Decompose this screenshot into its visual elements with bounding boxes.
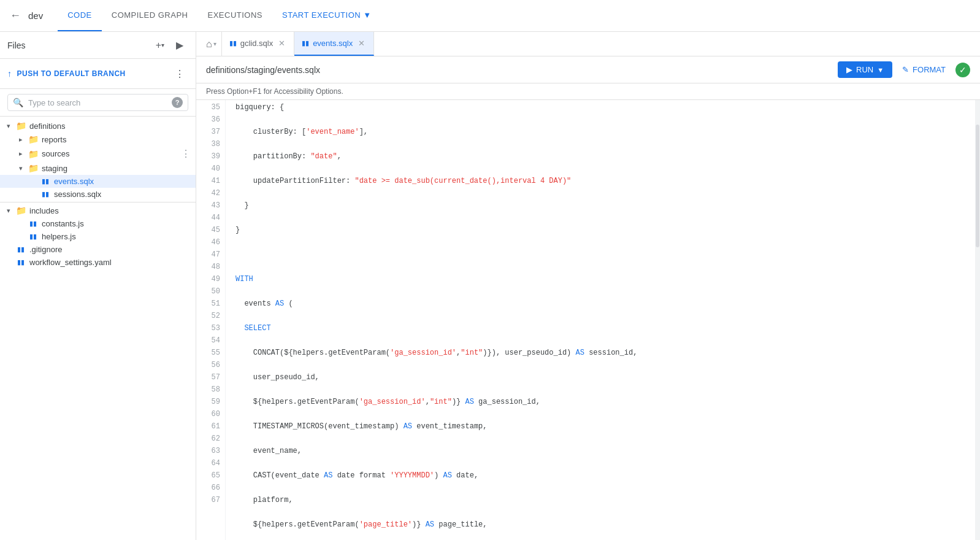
file-path: definitions/staging/events.sqlx — [206, 65, 320, 75]
tab-events-sqlx[interactable]: ▮▮ events.sqlx ✕ — [294, 32, 374, 56]
status-check-icon: ✓ — [955, 63, 970, 77]
search-input-wrap: 🔍 ? — [7, 94, 188, 111]
tree-item-sources[interactable]: ▸ 📁 sources ⋮ — [0, 146, 196, 161]
code-line-51: platform, — [235, 494, 965, 506]
tree-item-includes[interactable]: ▾ 📁 includes — [0, 204, 196, 217]
tab-compiled-graph[interactable]: COMPILED GRAPH — [102, 0, 198, 31]
close-gclid-tab-button[interactable]: ✕ — [277, 39, 286, 48]
tree-label-reports: reports — [42, 135, 193, 144]
tree-divider — [0, 202, 196, 202]
push-to-default-branch-button[interactable]: ↑ PUSH TO DEFAULT BRANCH ⋮ — [0, 59, 196, 89]
search-bar: 🔍 ? — [0, 89, 196, 117]
code-line-45: CONCAT(${helpers.getEventParam('ga_sessi… — [235, 347, 965, 359]
code-line-39: } — [235, 199, 965, 212]
line-numbers: 35 36 37 38 39 40 41 42 43 44 45 46 47 4… — [196, 100, 226, 540]
code-line-35: bigquery: { — [235, 101, 965, 114]
tree-label-events-sqlx: events.sqlx — [54, 177, 193, 186]
code-content[interactable]: bigquery: { clusterBy: ['event_name'], p… — [226, 100, 975, 540]
home-tab[interactable]: ⌂ ▾ — [201, 32, 222, 56]
format-label: FORMAT — [913, 65, 946, 74]
sidebar: Files + ▾ ▶ ↑ PUSH TO DEFAULT BRANCH ⋮ — [0, 32, 196, 540]
code-line-42: WITH — [235, 273, 965, 285]
scrollbar[interactable] — [975, 100, 980, 540]
chevron-includes-icon: ▾ — [2, 207, 15, 215]
push-label: PUSH TO DEFAULT BRANCH — [17, 69, 126, 78]
chevron-definitions-icon: ▾ — [2, 122, 15, 130]
tab-events-sqlx-label: events.sqlx — [313, 39, 353, 48]
add-file-button[interactable]: + ▾ — [151, 37, 169, 54]
tab-start-execution[interactable]: START EXECUTION ▼ — [272, 0, 381, 31]
code-line-48: TIMESTAMP_MICROS(event_timestamp) AS eve… — [235, 420, 965, 433]
back-button[interactable]: ← — [10, 9, 21, 22]
sources-more-icon[interactable]: ⋮ — [178, 148, 193, 160]
tree-item-staging[interactable]: ▾ 📁 staging — [0, 161, 196, 175]
close-events-tab-button[interactable]: ✕ — [356, 39, 366, 48]
sidebar-title: Files — [7, 40, 26, 50]
code-line-46: user_pseudo_id, — [235, 371, 965, 384]
format-button[interactable]: ✎ FORMAT — [897, 61, 951, 78]
push-up-icon: ↑ — [7, 69, 12, 79]
tab-code[interactable]: CODE — [58, 0, 102, 31]
tree-label-constants-js: constants.js — [42, 219, 193, 228]
tree-label-definitions: definitions — [29, 122, 193, 131]
tab-gclid-sqlx[interactable]: ▮▮ gclid.sqlx ✕ — [222, 32, 294, 56]
tree-item-helpers-js[interactable]: ▮▮ helpers.js — [0, 230, 196, 243]
tab-gclid-sqlx-icon: ▮▮ — [229, 39, 237, 47]
folder-sources-icon: 📁 — [27, 149, 39, 159]
plus-icon: + — [156, 40, 161, 51]
chevron-down-small-icon: ▾ — [161, 42, 164, 48]
accessibility-hint: Press Option+F1 for Accessibility Option… — [196, 83, 980, 100]
file-constants-js-icon: ▮▮ — [27, 220, 39, 228]
chevron-staging-icon: ▾ — [15, 164, 27, 172]
help-icon[interactable]: ? — [172, 97, 183, 108]
run-chevron-icon: ▼ — [877, 66, 884, 74]
home-icon: ⌂ — [206, 39, 212, 50]
sidebar-header-actions: + ▾ ▶ — [151, 37, 188, 54]
run-label: RUN — [856, 65, 873, 74]
code-editor[interactable]: 35 36 37 38 39 40 41 42 43 44 45 46 47 4… — [196, 100, 980, 540]
tree-label-includes: includes — [29, 206, 193, 215]
top-nav: ← dev CODE COMPILED GRAPH EXECUTIONS STA… — [0, 0, 980, 32]
run-button[interactable]: ▶ RUN ▼ — [838, 61, 892, 78]
file-sessions-sqlx-icon: ▮▮ — [39, 190, 52, 198]
tab-events-sqlx-icon: ▮▮ — [302, 39, 309, 47]
toolbar-actions: ▶ RUN ▼ ✎ FORMAT ✓ — [838, 61, 970, 78]
tree-item-workflow-yaml[interactable]: ▮▮ workflow_settings.yaml — [0, 256, 196, 269]
file-tree: ▾ 📁 definitions ▸ 📁 reports ▸ 📁 sources … — [0, 117, 196, 540]
scrollbar-thumb[interactable] — [976, 125, 979, 247]
tree-item-definitions[interactable]: ▾ 📁 definitions — [0, 119, 196, 133]
code-line-37: partitionBy: "date", — [235, 150, 965, 163]
collapse-sidebar-button[interactable]: ▶ — [171, 37, 188, 54]
right-panel: ⌂ ▾ ▮▮ gclid.sqlx ✕ ▮▮ events.sqlx ✕ def… — [196, 32, 980, 540]
tree-label-sessions-sqlx: sessions.sqlx — [54, 190, 193, 199]
panel-icon: ▶ — [176, 39, 183, 51]
tree-item-sessions-sqlx[interactable]: ▮▮ sessions.sqlx — [0, 188, 196, 201]
tree-item-reports[interactable]: ▸ 📁 reports — [0, 133, 196, 146]
run-play-icon: ▶ — [846, 65, 852, 74]
folder-definitions-icon: 📁 — [15, 121, 27, 131]
file-events-sqlx-icon: ▮▮ — [39, 177, 52, 185]
push-more-button[interactable]: ⋮ — [171, 65, 188, 82]
tree-item-gitignore[interactable]: ▮▮ .gitignore — [0, 243, 196, 256]
more-vert-icon: ⋮ — [175, 68, 185, 80]
search-input[interactable] — [28, 98, 167, 107]
search-icon: 🔍 — [13, 98, 23, 107]
code-line-50: CAST(event_date AS date format 'YYYYMMDD… — [235, 469, 965, 482]
tree-item-events-sqlx[interactable]: ▮▮ events.sqlx — [0, 175, 196, 188]
tab-executions[interactable]: EXECUTIONS — [198, 0, 273, 31]
code-line-41 — [235, 249, 965, 261]
tree-label-staging: staging — [42, 164, 193, 173]
format-pencil-icon: ✎ — [902, 65, 909, 74]
tree-item-constants-js[interactable]: ▮▮ constants.js — [0, 217, 196, 230]
folder-staging-icon: 📁 — [27, 163, 39, 173]
editor-tabs-bar: ⌂ ▾ ▮▮ gclid.sqlx ✕ ▮▮ events.sqlx ✕ — [196, 32, 980, 56]
tab-gclid-sqlx-label: gclid.sqlx — [240, 39, 273, 48]
code-line-38: updatePartitionFilter: "date >= date_sub… — [235, 175, 965, 187]
tree-label-workflow-yaml: workflow_settings.yaml — [29, 258, 193, 267]
home-tab-chevron: ▾ — [213, 40, 216, 47]
code-line-40: } — [235, 224, 965, 236]
tree-label-helpers-js: helpers.js — [42, 232, 193, 241]
editor-toolbar: definitions/staging/events.sqlx ▶ RUN ▼ … — [196, 56, 980, 83]
brand-label: dev — [28, 10, 43, 21]
chevron-sources-icon: ▸ — [15, 150, 27, 158]
